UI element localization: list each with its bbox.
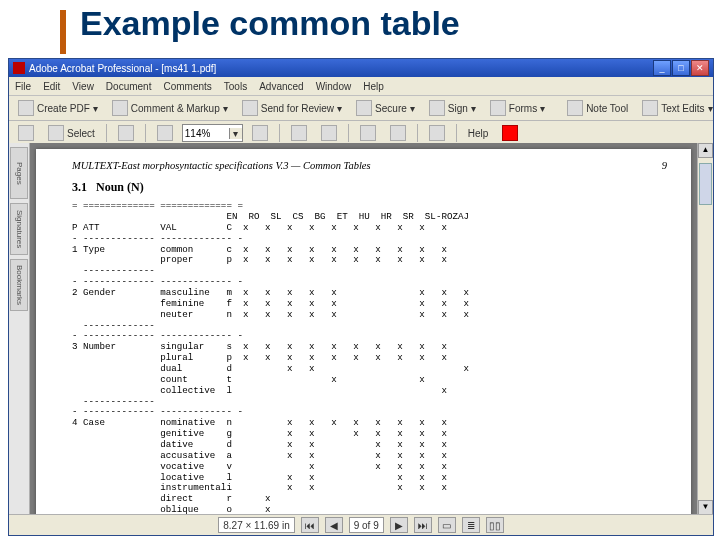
sign-button[interactable]: Sign ▾	[424, 98, 481, 118]
fit-width-icon	[321, 125, 337, 141]
send-review-button[interactable]: Send for Review ▾	[237, 98, 347, 118]
secure-button[interactable]: Secure ▾	[351, 98, 420, 118]
first-page-button[interactable]: ⏮	[301, 517, 319, 533]
yahoo-icon	[502, 125, 518, 141]
section-number: 3.1	[72, 180, 87, 194]
rotate-cw-icon	[390, 125, 406, 141]
scroll-up-button[interactable]: ▲	[698, 143, 713, 158]
pen-icon	[429, 100, 445, 116]
fit-page-button[interactable]	[286, 123, 312, 143]
prev-page-button[interactable]: ◀	[325, 517, 343, 533]
menu-help[interactable]: Help	[363, 81, 384, 92]
zoom-dropdown[interactable]: ▾	[182, 124, 243, 142]
slide-title: Example common table	[80, 4, 460, 43]
page-size-display: 8.27 × 11.69 in	[218, 517, 294, 533]
comment-icon	[112, 100, 128, 116]
note-tool-button[interactable]: Note Tool	[562, 98, 633, 118]
lock-icon	[356, 100, 372, 116]
help-button[interactable]: Help	[463, 126, 494, 141]
chevron-down-icon[interactable]: ▾	[229, 128, 242, 139]
menu-window[interactable]: Window	[316, 81, 352, 92]
forms-icon	[490, 100, 506, 116]
tab-bookmarks[interactable]: Bookmarks	[10, 259, 28, 311]
hand-tool-button[interactable]	[13, 123, 39, 143]
camera-icon	[118, 125, 134, 141]
acrobat-icon	[13, 62, 25, 74]
statusbar: 8.27 × 11.69 in ⏮ ◀ 9 of 9 ▶ ⏭ ▭ ≣ ▯▯	[9, 514, 713, 535]
menu-comments[interactable]: Comments	[163, 81, 211, 92]
fit-width-button[interactable]	[316, 123, 342, 143]
scroll-down-button[interactable]: ▼	[698, 500, 713, 515]
menu-document[interactable]: Document	[106, 81, 152, 92]
toolbar-primary: Create PDF ▾ Comment & Markup ▾ Send for…	[9, 96, 713, 121]
forms-button[interactable]: Forms ▾	[485, 98, 550, 118]
book-icon	[429, 125, 445, 141]
layout-facing-button[interactable]: ▯▯	[486, 517, 504, 533]
page-view[interactable]: MULTEXT-East morphosyntactic specificati…	[30, 143, 697, 515]
text-icon	[642, 100, 658, 116]
cursor-icon	[48, 125, 64, 141]
fit-page-icon	[291, 125, 307, 141]
page-indicator[interactable]: 9 of 9	[349, 517, 384, 533]
rotate-cw-button[interactable]	[385, 123, 411, 143]
yahoo-button[interactable]	[497, 123, 523, 143]
scroll-thumb[interactable]	[699, 163, 712, 205]
rotate-ccw-icon	[360, 125, 376, 141]
menubar: File Edit View Document Comments Tools A…	[9, 77, 713, 96]
window-title: Adobe Acrobat Professional - [ms41 1.pdf…	[29, 63, 216, 74]
menu-edit[interactable]: Edit	[43, 81, 60, 92]
last-page-button[interactable]: ⏭	[414, 517, 432, 533]
rotate-ccw-button[interactable]	[355, 123, 381, 143]
titlebar[interactable]: Adobe Acrobat Professional - [ms41 1.pdf…	[9, 59, 713, 77]
comment-markup-button[interactable]: Comment & Markup ▾	[107, 98, 233, 118]
zoom-in-icon	[252, 125, 268, 141]
layout-continuous-button[interactable]: ≣	[462, 517, 480, 533]
navigation-tabs: Pages Signatures Bookmarks	[9, 143, 30, 515]
tab-signatures[interactable]: Signatures	[10, 203, 28, 255]
minimize-button[interactable]: _	[653, 60, 671, 76]
menu-view[interactable]: View	[72, 81, 94, 92]
ebook-button[interactable]	[424, 123, 450, 143]
create-pdf-button[interactable]: Create PDF ▾	[13, 98, 103, 118]
text-edits-button[interactable]: Text Edits ▾	[637, 98, 713, 118]
hand-icon	[18, 125, 34, 141]
menu-advanced[interactable]: Advanced	[259, 81, 303, 92]
snapshot-button[interactable]	[113, 123, 139, 143]
layout-single-button[interactable]: ▭	[438, 517, 456, 533]
next-page-button[interactable]: ▶	[390, 517, 408, 533]
vertical-scrollbar[interactable]: ▲ ▼	[697, 143, 713, 515]
pdf-icon	[18, 100, 34, 116]
zoom-input[interactable]	[183, 128, 229, 139]
mail-icon	[242, 100, 258, 116]
document-page: MULTEXT-East morphosyntactic specificati…	[36, 149, 691, 515]
slide-accent-bar	[60, 10, 66, 54]
note-icon	[567, 100, 583, 116]
close-button[interactable]: ✕	[691, 60, 709, 76]
zoom-in-button[interactable]	[247, 123, 273, 143]
zoom-out-button[interactable]	[152, 123, 178, 143]
menu-tools[interactable]: Tools	[224, 81, 247, 92]
morphosyntax-table: = ============= ============= = EN RO SL…	[72, 201, 667, 515]
zoom-out-icon	[157, 125, 173, 141]
menu-file[interactable]: File	[15, 81, 31, 92]
acrobat-window: Adobe Acrobat Professional - [ms41 1.pdf…	[8, 58, 714, 536]
section-title: Noun (N)	[96, 180, 144, 194]
select-tool-button[interactable]: Select	[43, 123, 100, 143]
maximize-button[interactable]: □	[672, 60, 690, 76]
running-head: MULTEXT-East morphosyntactic specificati…	[72, 159, 371, 172]
tab-pages[interactable]: Pages	[10, 147, 28, 199]
page-number: 9	[662, 159, 667, 172]
